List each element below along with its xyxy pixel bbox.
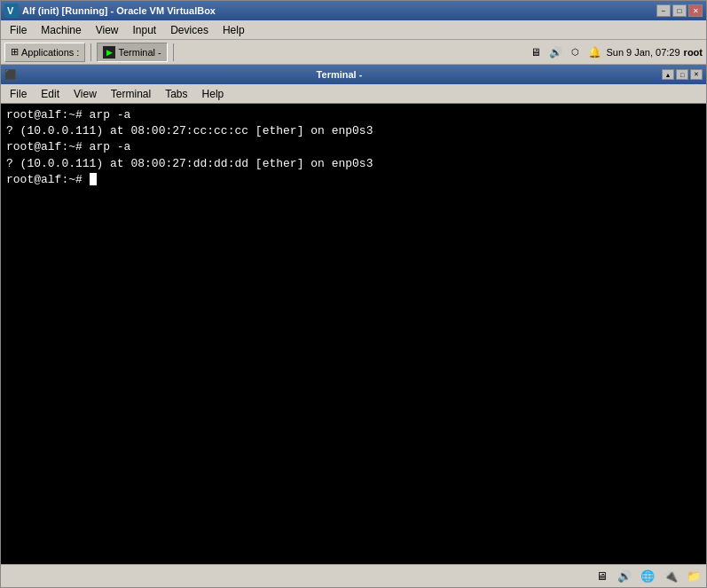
taskbar-right: 🖥 🔊 ⬡ 🔔 Sun 9 Jan, 07:29 root (528, 44, 703, 60)
taskbar-notification-icon[interactable]: 🔔 (586, 44, 602, 60)
taskbar-clock: Sun 9 Jan, 07:29 (606, 47, 680, 58)
vbox-statusbar: 🖥 🔊 🌐 🔌 📁 (1, 564, 706, 587)
terminal-menu-help[interactable]: Help (195, 86, 232, 102)
vbox-titlebar: V Alf (init) [Running] - Oracle VM Virtu… (1, 1, 706, 20)
menu-machine[interactable]: Machine (34, 22, 88, 38)
taskbar-separator (90, 43, 91, 61)
terminal-titlebar-left: ⬛ (4, 69, 17, 81)
applications-icon: ⊞ (11, 46, 19, 58)
vbox-icon: V (4, 4, 19, 18)
svg-text:V: V (7, 5, 14, 16)
menu-help[interactable]: Help (216, 22, 252, 38)
terminal-maximize-btn[interactable]: □ (676, 69, 688, 80)
taskbar-volume-icon[interactable]: 🔊 (547, 44, 563, 60)
taskbar: ⊞ Applications : ▶ Terminal - 🖥 🔊 ⬡ 🔔 Su… (1, 40, 706, 65)
terminal-cursor (90, 173, 97, 185)
terminal-line-1: root@alf:~# arp -a (6, 107, 701, 123)
taskbar-separator2 (173, 43, 174, 61)
statusbar-shared-icon[interactable]: 📁 (685, 568, 703, 585)
taskbar-network-icon[interactable]: 🖥 (528, 44, 544, 60)
terminal-menu-file[interactable]: File (3, 86, 34, 102)
terminal-taskbar-label: Terminal - (118, 47, 161, 58)
terminal-line-4: ? (10.0.0.111) at 08:00:27:dd:dd:dd [eth… (6, 156, 701, 172)
close-button[interactable]: ✕ (688, 4, 703, 17)
menu-input[interactable]: Input (126, 22, 164, 38)
terminal-titlebar: ⬛ Terminal - ▲ □ ✕ (1, 65, 706, 84)
terminal-titlebar-icon: ⬛ (4, 69, 17, 81)
terminal-menu-tabs[interactable]: Tabs (158, 86, 194, 102)
taskbar-update-icon[interactable]: ⬡ (567, 44, 583, 60)
terminal-minimize-btn[interactable]: ▲ (662, 69, 674, 80)
vbox-title: Alf (init) [Running] - Oracle VM Virtual… (22, 5, 656, 16)
virtualbox-window: V Alf (init) [Running] - Oracle VM Virtu… (0, 0, 707, 588)
statusbar-audio-icon[interactable]: 🔊 (616, 568, 633, 585)
statusbar-display-icon[interactable]: 🖥 (593, 568, 610, 585)
terminal-content[interactable]: root@alf:~# arp -a ? (10.0.0.111) at 08:… (1, 104, 706, 564)
taskbar-user: root (684, 47, 703, 58)
terminal-menubar: File Edit View Terminal Tabs Help (1, 84, 706, 104)
menu-file[interactable]: File (3, 22, 34, 38)
taskbar-applications[interactable]: ⊞ Applications : (4, 43, 85, 62)
terminal-title: Terminal - (17, 69, 662, 80)
applications-label: Applications : (21, 47, 79, 58)
terminal-line-2: ? (10.0.0.111) at 08:00:27:cc:cc:cc [eth… (6, 123, 701, 139)
terminal-line-3: root@alf:~# arp -a (6, 139, 701, 155)
terminal-window: ⬛ Terminal - ▲ □ ✕ File Edit View Termin… (1, 65, 706, 564)
terminal-menu-edit[interactable]: Edit (34, 86, 67, 102)
terminal-menu-terminal[interactable]: Terminal (104, 86, 158, 102)
titlebar-buttons: − □ ✕ (656, 4, 703, 17)
terminal-line-5: root@alf:~# (6, 172, 701, 188)
terminal-close-btn[interactable]: ✕ (690, 69, 703, 80)
statusbar-network-icon[interactable]: 🌐 (639, 568, 656, 585)
minimize-button[interactable]: − (656, 4, 671, 17)
terminal-menu-view[interactable]: View (67, 86, 104, 102)
terminal-title-buttons: ▲ □ ✕ (662, 69, 703, 80)
vbox-menubar: File Machine View Input Devices Help (1, 20, 706, 40)
terminal-taskbar-icon: ▶ (103, 46, 115, 59)
restore-button[interactable]: □ (672, 4, 687, 17)
statusbar-usb-icon[interactable]: 🔌 (662, 568, 680, 585)
menu-devices[interactable]: Devices (163, 22, 216, 38)
taskbar-terminal[interactable]: ▶ Terminal - (97, 43, 167, 62)
menu-view[interactable]: View (89, 22, 126, 38)
